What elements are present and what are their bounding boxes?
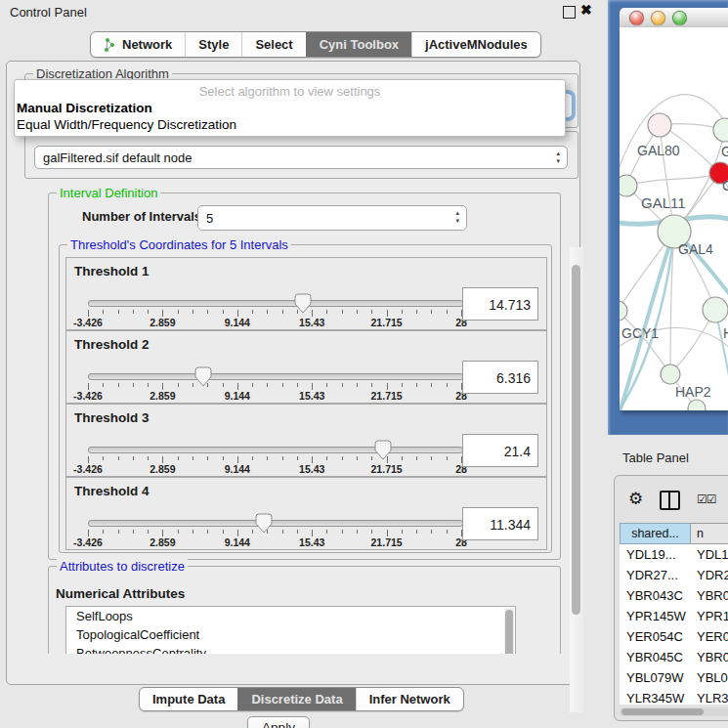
slider-tick	[178, 310, 179, 314]
mac-close-button[interactable]	[629, 11, 644, 25]
table-cell: YBL079W	[620, 670, 691, 685]
slider-tick	[133, 456, 134, 460]
table-row[interactable]: YPR145WYPR1	[620, 606, 728, 626]
tab-style[interactable]: Style	[185, 32, 241, 57]
table-column-header[interactable]: n	[691, 523, 728, 544]
slider-tick	[447, 383, 448, 387]
slider-tick	[312, 456, 313, 463]
tab-cyni-toolbox[interactable]: Cyni Toolbox	[306, 32, 411, 57]
algorithm-option[interactable]: Manual Discretization	[15, 100, 565, 116]
network-window-titlebar[interactable]	[620, 8, 728, 27]
cyni-toolbox-panel: Discretization Algorithm Table Data galF…	[6, 61, 580, 685]
bottom-tab-impute-data[interactable]: Impute Data	[140, 688, 237, 710]
numerical-attributes-label: Numerical Attributes	[56, 586, 185, 601]
threshold-slider-track[interactable]	[88, 300, 463, 307]
slider-tick	[282, 383, 283, 387]
tab-label: Network	[122, 37, 172, 52]
network-node[interactable]	[620, 175, 637, 196]
threshold-value-field[interactable]: 21.4	[462, 434, 538, 467]
bottom-tab-infer-network[interactable]: Infer Network	[356, 688, 463, 710]
table-cell: YPR145W	[620, 609, 691, 623]
slider-tick	[88, 310, 89, 317]
threshold-slider-track[interactable]	[88, 373, 463, 380]
table-row[interactable]: YBR043CYBR0	[620, 585, 728, 606]
tab-label: Cyni Toolbox	[320, 37, 399, 52]
tab-network[interactable]: Network	[91, 32, 185, 57]
table-cell: YBR0	[691, 588, 728, 603]
interval-definition-title: Interval Definition	[57, 186, 160, 200]
mac-zoom-button[interactable]	[672, 11, 687, 25]
network-canvas[interactable]: GAL80GACGAL11GAL4GCY1HHAP2	[620, 27, 728, 410]
node-attribute-table[interactable]: shared...n YDL19...YDL1YDR27...YDR2YBR04…	[620, 523, 728, 705]
slider-tick	[282, 456, 283, 460]
slider-tick	[237, 456, 238, 463]
combo-stepper-icon: ▴▾	[455, 209, 459, 225]
float-window-icon[interactable]	[563, 6, 576, 19]
table-row[interactable]: YBR045CYBR0	[620, 647, 728, 667]
table-row[interactable]: YLR345WYLR3	[620, 688, 728, 705]
mac-minimize-button[interactable]	[651, 11, 665, 25]
number-of-intervals-label: Number of Intervals	[82, 209, 201, 224]
scrollbar-thumb[interactable]	[572, 265, 580, 615]
split-columns-icon[interactable]	[660, 491, 680, 510]
tab-label: Style	[198, 37, 229, 52]
attributes-scrollbar[interactable]	[504, 608, 514, 654]
threshold-slider-track[interactable]	[88, 447, 463, 453]
close-icon[interactable]: ✖	[580, 2, 592, 18]
table-row[interactable]: YBL079WYBL0	[620, 667, 728, 688]
threshold-value-field[interactable]: 6.316	[462, 361, 538, 394]
table-row[interactable]: YDL19...YDL1	[620, 544, 728, 565]
scrollbar-thumb[interactable]	[621, 708, 704, 715]
table-data-group: Table Data galFiltered.sif default node …	[24, 131, 578, 179]
table-column-header[interactable]: shared...	[620, 523, 691, 544]
scrollbar-thumb[interactable]	[505, 610, 513, 654]
attribute-list-item[interactable]: BetweennessCentrality	[66, 644, 515, 654]
table-row[interactable]: YDR27...YDR2	[620, 565, 728, 585]
network-node[interactable]	[713, 118, 728, 142]
checkboxes-icon[interactable]: ☑☑	[697, 492, 716, 506]
threshold-label: Threshold 1	[74, 264, 150, 278]
attribute-list-item[interactable]: SelfLoops	[66, 607, 515, 625]
threshold-value-field[interactable]: 11.344	[462, 507, 538, 540]
slider-tick	[297, 310, 298, 314]
attributes-group-title: Attributes to discretize	[57, 559, 188, 574]
slider-tick	[237, 310, 238, 317]
slider-tick	[252, 456, 253, 460]
table-row[interactable]: YER054CYER0	[620, 626, 728, 647]
network-node[interactable]	[703, 297, 728, 322]
table-horizontal-scrollbar[interactable]	[620, 707, 728, 716]
numerical-attributes-list[interactable]: SelfLoopsTopologicalCoefficientBetweenne…	[65, 606, 516, 654]
network-node-label: GCY1	[621, 325, 659, 341]
tab-label: Discretize Data	[251, 692, 342, 707]
network-node-label: GAL4	[678, 241, 713, 257]
network-node[interactable]	[661, 364, 680, 384]
gear-icon[interactable]: ⚙	[628, 489, 643, 509]
slider-tick	[103, 310, 104, 314]
threshold-value-field[interactable]: 14.713	[462, 287, 538, 321]
table-cell: YDL1	[691, 547, 728, 562]
slider-tick	[237, 530, 238, 536]
slider-tick	[326, 456, 327, 460]
apply-button[interactable]: Apply	[247, 716, 310, 728]
table-data-combo[interactable]: galFiltered.sif default node ▴▾	[34, 146, 568, 169]
slider-tick	[103, 530, 104, 534]
tab-select[interactable]: Select	[241, 32, 305, 57]
slider-tick	[282, 310, 283, 314]
slider-tick	[387, 530, 388, 536]
number-of-intervals-combo[interactable]: 5 ▴▾	[197, 205, 467, 231]
panel-scrollbar[interactable]	[570, 247, 583, 712]
slider-tick	[118, 530, 119, 534]
slider-tick-label: 21.715	[371, 536, 403, 548]
algorithm-option[interactable]: Equal Width/Frequency Discretization	[15, 116, 565, 133]
threshold-slider-track[interactable]	[88, 520, 463, 527]
network-node[interactable]	[620, 301, 627, 321]
attribute-list-item[interactable]: TopologicalCoefficient	[66, 625, 515, 644]
slider-tick	[193, 383, 193, 387]
network-node[interactable]	[648, 113, 671, 137]
algorithm-dropdown-popup: Select algorithm to view settings Manual…	[14, 79, 566, 137]
slider-tick	[312, 383, 313, 390]
bottom-tab-discretize-data[interactable]: Discretize Data	[237, 688, 355, 710]
tab-jactivemnodules[interactable]: jActiveMNodules	[411, 32, 540, 57]
slider-tick	[297, 530, 298, 534]
slider-tick	[326, 383, 327, 387]
